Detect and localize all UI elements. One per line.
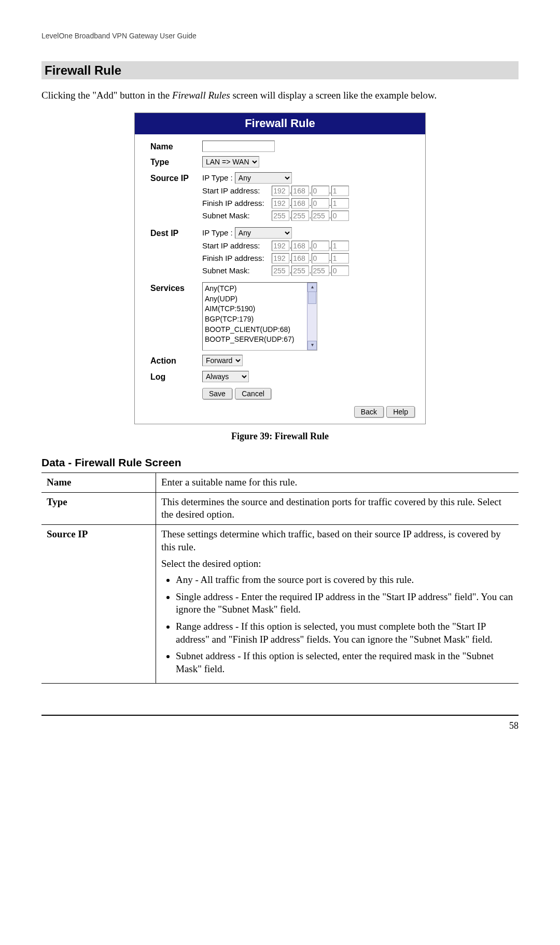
dst-iptype-select[interactable]: Any bbox=[235, 227, 292, 239]
src-finiship-oct4[interactable] bbox=[331, 198, 349, 209]
scroll-down-icon[interactable]: ▾ bbox=[307, 341, 317, 350]
dst-startip-oct2[interactable] bbox=[291, 241, 309, 251]
dst-subnet-oct4[interactable] bbox=[331, 266, 349, 276]
intro-pre: Clicking the "Add" button in the bbox=[41, 90, 172, 101]
row-desc: Enter a suitable name for this rule. bbox=[156, 473, 519, 492]
cancel-button[interactable]: Cancel bbox=[235, 388, 271, 399]
footer-rule bbox=[41, 715, 519, 716]
dst-subnet-label: Subnet Mask: bbox=[202, 266, 270, 276]
services-option[interactable]: Any(TCP) bbox=[205, 284, 315, 294]
save-button[interactable]: Save bbox=[202, 388, 232, 399]
services-option[interactable]: BOOTP_SERVER(UDP:67) bbox=[205, 335, 315, 345]
source-ip-label: Source IP bbox=[140, 172, 202, 184]
bullet-item: Any - All traffic from the source port i… bbox=[176, 574, 513, 587]
panel-titlebar: Firewall Rule bbox=[135, 113, 425, 134]
table-row: Name Enter a suitable name for this rule… bbox=[41, 473, 519, 492]
dst-subnet-oct1[interactable] bbox=[272, 266, 289, 276]
type-select[interactable]: LAN => WAN bbox=[202, 156, 259, 168]
dst-startip-oct1[interactable] bbox=[272, 241, 289, 251]
services-option[interactable]: Any(UDP) bbox=[205, 294, 315, 304]
src-finiship-label: Finish IP address: bbox=[202, 198, 270, 209]
services-listbox[interactable]: Any(TCP) Any(UDP) AIM(TCP:5190) BGP(TCP:… bbox=[202, 282, 317, 351]
dst-startip-label: Start IP address: bbox=[202, 241, 270, 251]
bullet-item: Subnet address - If this option is selec… bbox=[176, 650, 513, 675]
intro-italic: Firewall Rules bbox=[172, 90, 230, 101]
src-subnet-oct2[interactable] bbox=[291, 211, 309, 221]
action-label: Action bbox=[140, 355, 202, 367]
table-row: Type This determines the source and dest… bbox=[41, 492, 519, 524]
scroll-up-icon[interactable]: ▴ bbox=[307, 283, 317, 292]
table-row: Source IP These settings determine which… bbox=[41, 524, 519, 683]
type-label: Type bbox=[140, 156, 202, 168]
data-table: Name Enter a suitable name for this rule… bbox=[41, 473, 519, 684]
src-finiship-oct3[interactable] bbox=[312, 198, 329, 209]
dst-startip-oct4[interactable] bbox=[331, 241, 349, 251]
src-subnet-oct1[interactable] bbox=[272, 211, 289, 221]
dst-subnet-oct2[interactable] bbox=[291, 266, 309, 276]
name-label: Name bbox=[140, 141, 202, 152]
src-startip-oct2[interactable] bbox=[291, 186, 309, 196]
section-title: Firewall Rule bbox=[41, 61, 519, 79]
services-option[interactable]: AIM(TCP:5190) bbox=[205, 304, 315, 314]
back-button[interactable]: Back bbox=[354, 406, 384, 418]
row-label: Source IP bbox=[41, 524, 156, 683]
action-select[interactable]: Forward bbox=[202, 355, 243, 366]
log-select[interactable]: Always bbox=[202, 371, 249, 382]
dst-finiship-label: Finish IP address: bbox=[202, 253, 270, 263]
subsection-title: Data - Firewall Rule Screen bbox=[41, 455, 519, 469]
src-iptype-label: IP Type : bbox=[202, 173, 233, 182]
src-subnet-label: Subnet Mask: bbox=[202, 211, 270, 221]
services-scrollbar[interactable]: ▴ ▾ bbox=[307, 283, 317, 350]
dest-ip-label: Dest IP bbox=[140, 227, 202, 239]
row-desc-intro: These settings determine which traffic, … bbox=[161, 528, 513, 553]
row-label: Name bbox=[41, 473, 156, 492]
dst-finiship-oct1[interactable] bbox=[272, 253, 289, 263]
intro-paragraph: Clicking the "Add" button in the Firewal… bbox=[41, 89, 519, 102]
running-header: LevelOne Broadband VPN Gateway User Guid… bbox=[41, 31, 519, 40]
src-startip-oct1[interactable] bbox=[272, 186, 289, 196]
figure-caption: Figure 39: Firewall Rule bbox=[41, 430, 519, 442]
row-desc-select: Select the desired option: bbox=[161, 558, 513, 571]
dst-iptype-label: IP Type : bbox=[202, 228, 233, 237]
row-desc: These settings determine which traffic, … bbox=[156, 524, 519, 683]
src-startip-oct4[interactable] bbox=[331, 186, 349, 196]
row-label: Type bbox=[41, 492, 156, 524]
services-label: Services bbox=[140, 282, 202, 294]
src-iptype-select[interactable]: Any bbox=[235, 172, 292, 184]
scroll-thumb[interactable] bbox=[308, 291, 316, 304]
intro-post: screen will display a screen like the ex… bbox=[230, 90, 437, 101]
src-subnet-oct3[interactable] bbox=[312, 211, 329, 221]
services-option[interactable]: BOOTP_CLIENT(UDP:68) bbox=[205, 325, 315, 335]
help-button[interactable]: Help bbox=[386, 406, 415, 418]
src-finiship-oct2[interactable] bbox=[291, 198, 309, 209]
name-input[interactable] bbox=[202, 141, 275, 152]
src-startip-label: Start IP address: bbox=[202, 186, 270, 196]
services-option[interactable]: BGP(TCP:179) bbox=[205, 314, 315, 325]
bullet-item: Range address - If this option is select… bbox=[176, 620, 513, 646]
page-number: 58 bbox=[41, 720, 519, 732]
dst-subnet-oct3[interactable] bbox=[312, 266, 329, 276]
dst-finiship-oct2[interactable] bbox=[291, 253, 309, 263]
bullet-item: Single address - Enter the required IP a… bbox=[176, 591, 513, 616]
firewall-rule-panel: Firewall Rule Name Type LAN => WAN Sourc… bbox=[134, 113, 426, 424]
dst-finiship-oct4[interactable] bbox=[331, 253, 349, 263]
src-subnet-oct4[interactable] bbox=[331, 211, 349, 221]
dst-finiship-oct3[interactable] bbox=[312, 253, 329, 263]
log-label: Log bbox=[140, 371, 202, 383]
src-startip-oct3[interactable] bbox=[312, 186, 329, 196]
src-finiship-oct1[interactable] bbox=[272, 198, 289, 209]
row-desc: This determines the source and destinati… bbox=[156, 492, 519, 524]
dst-startip-oct3[interactable] bbox=[312, 241, 329, 251]
